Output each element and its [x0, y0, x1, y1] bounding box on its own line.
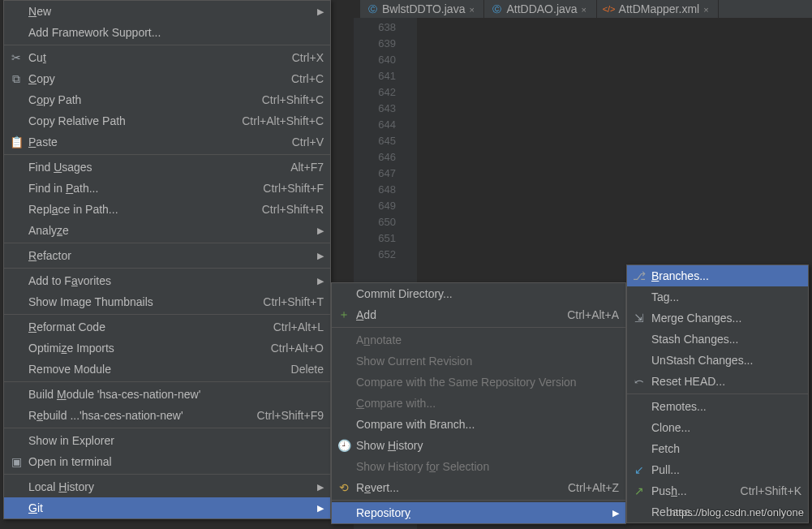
menu-item[interactable]: Copy Relative PathCtrl+Alt+Shift+C	[4, 110, 330, 131]
menu-shortcut: Ctrl+X	[292, 51, 324, 64]
menu-item[interactable]: ＋AddCtrl+Alt+A	[332, 304, 625, 325]
menu-item[interactable]: Build Module 'hsa-ces-nation-new'	[4, 384, 330, 405]
menu-shortcut: Ctrl+Shift+R	[262, 203, 324, 216]
menu-shortcut: Ctrl+Shift+C	[262, 93, 324, 106]
line-number: 647	[354, 166, 417, 182]
menu-separator	[4, 474, 330, 475]
menu-item-label: Show History for Selection	[356, 460, 619, 473]
menu-item[interactable]: Show in Explorer	[4, 430, 330, 451]
menu-item: Show Current Revision	[332, 351, 625, 372]
submenu-arrow-icon: ▶	[316, 251, 324, 261]
push-icon: ↗	[632, 484, 647, 498]
menu-item[interactable]: Tag...	[627, 286, 808, 308]
menu-item[interactable]: Rebuild ...'hsa-ces-nation-new'Ctrl+Shif…	[4, 405, 330, 426]
menu-item[interactable]: ↙Pull...	[627, 459, 808, 480]
menu-item[interactable]: Show Image ThumbnailsCtrl+Shift+T	[4, 291, 330, 312]
editor-tab[interactable]: </>AttDMapper.xml×	[597, 0, 720, 18]
menu-item-label: Add Framework Support...	[28, 26, 324, 39]
line-number: 638	[354, 19, 417, 36]
menu-item[interactable]: Optimize ImportsCtrl+Alt+O	[4, 338, 330, 359]
menu-item-label: Show Current Revision	[356, 355, 619, 368]
close-icon[interactable]: ×	[469, 5, 477, 13]
menu-item[interactable]: Refactor▶	[4, 245, 330, 266]
menu-separator	[4, 154, 330, 155]
close-icon[interactable]: ×	[703, 5, 711, 13]
menu-item[interactable]: ⟲Revert...Ctrl+Alt+Z	[332, 477, 625, 498]
menu-shortcut: Delete	[291, 363, 324, 376]
menu-item-label: Add	[356, 308, 551, 321]
menu-item[interactable]: Compare with Branch...	[332, 414, 625, 435]
menu-item[interactable]: Find UsagesAlt+F7	[4, 157, 330, 178]
menu-item[interactable]: Add to Favorites▶	[4, 270, 330, 291]
menu-item[interactable]: 🕘Show History	[332, 435, 625, 456]
menu-shortcut: Ctrl+Alt+L	[273, 320, 324, 333]
menu-shortcut: Ctrl+Alt+Shift+C	[242, 114, 324, 127]
menu-item[interactable]: ⎇Branches...	[627, 265, 808, 286]
menu-item-label: Compare with Branch...	[356, 418, 619, 431]
menu-separator	[332, 327, 625, 328]
menu-separator	[4, 314, 330, 315]
tab-label: BwlstDDTO.java	[382, 2, 465, 15]
xml-icon: </>	[604, 3, 615, 15]
menu-item-label: Stash Changes...	[651, 333, 801, 346]
menu-item-label: Push...	[651, 484, 724, 497]
menu-item[interactable]: Commit Directory...	[332, 283, 625, 304]
menu-item-label: Reset HEAD...	[651, 375, 801, 388]
menu-item-label: Compare with the Same Repository Version	[356, 376, 619, 389]
menu-item-label: Paste	[28, 135, 276, 148]
menu-item-label: Show in Explorer	[28, 434, 324, 447]
menu-item[interactable]: Find in Path...Ctrl+Shift+F	[4, 178, 330, 199]
menu-item[interactable]: Copy PathCtrl+Shift+C	[4, 89, 330, 110]
menu-item[interactable]: Fetch	[627, 438, 808, 459]
menu-shortcut: Ctrl+V	[292, 135, 324, 148]
line-number: 652	[354, 247, 417, 263]
menu-item[interactable]: Local History▶	[4, 476, 330, 497]
menu-item[interactable]: Reformat CodeCtrl+Alt+L	[4, 316, 330, 338]
paste-icon: 📋	[9, 135, 24, 149]
merge-icon: ⇲	[632, 311, 647, 325]
menu-item[interactable]: Add Framework Support...	[4, 22, 330, 43]
line-number: 639	[354, 36, 417, 52]
menu-item[interactable]: Analyze▶	[4, 220, 330, 241]
add-icon: ＋	[337, 308, 351, 322]
menu-item[interactable]: Clone...	[627, 417, 808, 438]
menu-item-label: Copy Relative Path	[28, 114, 226, 127]
menu-item[interactable]: Stash Changes...	[627, 329, 808, 350]
menu-item[interactable]: New▶	[4, 1, 330, 22]
menu-separator	[627, 394, 808, 394]
menu-item[interactable]: ⧉CopyCtrl+C	[4, 68, 330, 89]
menu-item[interactable]: Remotes...	[627, 396, 808, 417]
menu-item[interactable]: Remove ModuleDelete	[4, 359, 330, 380]
menu-item[interactable]: 📋PasteCtrl+V	[4, 131, 330, 153]
copy-icon: ⧉	[9, 71, 24, 86]
class-icon: Ⓒ	[491, 3, 502, 15]
editor-tab-bar: ⒸBwlstDDTO.java×ⒸAttDDAO.java×</>AttDMap…	[360, 0, 812, 18]
line-number: 649	[354, 198, 417, 214]
submenu-arrow-icon: ▶	[611, 508, 619, 518]
editor-tab[interactable]: ⒸAttDDAO.java×	[484, 0, 596, 18]
menu-item-label: UnStash Changes...	[651, 354, 801, 367]
line-number: 650	[354, 214, 417, 230]
menu-item[interactable]: ▣Open in terminal	[4, 451, 330, 472]
line-number: 645	[354, 133, 417, 149]
menu-item-label: Add to Favorites	[28, 274, 316, 287]
menu-item[interactable]: UnStash Changes...	[627, 350, 808, 371]
menu-item[interactable]: ⇲Merge Changes...	[627, 308, 808, 329]
menu-item[interactable]: ↗Push...Ctrl+Shift+K	[627, 480, 808, 501]
menu-item-label: Open in terminal	[28, 455, 324, 468]
menu-item-label: Tag...	[651, 290, 801, 303]
editor-tab[interactable]: ⒸBwlstDDTO.java×	[360, 0, 484, 18]
menu-item[interactable]: Repository▶	[332, 502, 625, 523]
line-number: 644	[354, 117, 417, 133]
line-number: 642	[354, 84, 417, 101]
menu-item-label: New	[28, 5, 316, 18]
close-icon[interactable]: ×	[582, 5, 590, 13]
menu-item[interactable]: Git▶	[4, 497, 330, 518]
menu-item[interactable]: ⤺Reset HEAD...	[627, 371, 808, 392]
menu-item[interactable]: ✂CutCtrl+X	[4, 47, 330, 68]
menu-item[interactable]: Replace in Path...Ctrl+Shift+R	[4, 199, 330, 220]
menu-item-label: Analyze	[28, 224, 316, 237]
menu-item-label: Clone...	[651, 421, 801, 434]
menu-separator	[4, 428, 330, 428]
context-menu-repository: ⎇Branches...Tag...⇲Merge Changes...Stash…	[626, 264, 809, 523]
